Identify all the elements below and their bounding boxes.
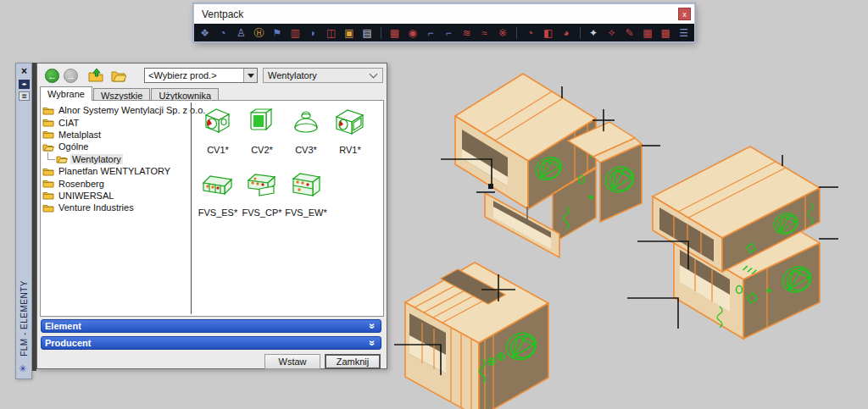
orbit-icon[interactable]: ◔ <box>216 26 229 40</box>
list-icon[interactable]: ☰ <box>677 26 690 40</box>
tab-wszystkie[interactable]: Wszystkie <box>93 88 151 101</box>
open-folder-icon[interactable] <box>111 69 126 82</box>
product-item[interactable]: RV1* <box>328 102 372 165</box>
edit-icon[interactable]: ✎ <box>623 26 636 40</box>
tree-item[interactable]: Ogólne <box>42 141 189 152</box>
tree-item[interactable]: Rosenberg <box>42 177 189 189</box>
fan-c-icon[interactable]: ◕ <box>559 26 572 40</box>
duct-elbow-2-icon[interactable]: ⌐ <box>442 26 455 40</box>
duct-mesh-icon[interactable]: ▦ <box>388 26 401 40</box>
container-icon[interactable]: ▣ <box>342 26 355 40</box>
product-item[interactable]: CV2* <box>240 102 284 165</box>
cad-unit-ahu-left <box>455 74 642 257</box>
closed-folder-icon <box>42 106 54 115</box>
closed-folder-icon <box>42 118 54 127</box>
product-label: FVS_CP* <box>242 207 281 218</box>
settings-icon[interactable]: ✧ <box>605 26 618 40</box>
tab-wybrane[interactable]: Wybrane <box>40 86 92 101</box>
product-grid: CV1*CV2*CV3*RV1*FVS_ES*FVS_CP*FVS_EW* <box>196 102 377 228</box>
fan-unit-icon[interactable]: ≋ <box>460 26 473 40</box>
dropdown-arrow-icon[interactable] <box>243 69 257 82</box>
product-item[interactable]: FVS_EW* <box>284 165 328 228</box>
closed-folder-icon <box>42 179 54 188</box>
tree-item[interactable]: Alnor Systemy Wentylacji Sp. z o.o. <box>42 104 189 116</box>
element-browser-panel: ← → <Wybierz prod.> Wentylatory Wybrane … <box>36 63 387 369</box>
fan-mixed-icon[interactable]: ※ <box>496 26 509 40</box>
manufacturer-tree: Alnor Systemy Wentylacji Sp. z o.o.CIATM… <box>42 104 189 214</box>
toolbar-titlebar[interactable]: Ventpack x <box>194 4 694 24</box>
category-combobox-value: Wentylatory <box>264 70 370 80</box>
pick-point-icon[interactable]: ◉ <box>406 26 419 40</box>
product-combobox[interactable]: <Wybierz prod.> <box>144 68 258 83</box>
product-thumbnail <box>333 106 367 136</box>
wrench-icon[interactable]: ✦ <box>587 26 599 40</box>
toolbar-title: Ventpack <box>202 8 678 20</box>
ventpack-toolbar-window: Ventpack x ❖◔♙Ⓗ⚑▥◗◫▣▤▦◉⌐⌐≋≈※◔◧◕✦✧✎▦▩☰ <box>193 3 695 42</box>
product-item[interactable]: FVS_CP* <box>240 165 284 228</box>
damper-icon[interactable]: ◧ <box>542 26 554 40</box>
wstaw-button[interactable]: Wstaw <box>264 354 320 369</box>
tree-item-label: Ogólne <box>57 141 90 152</box>
tree-item-label: Rosenberg <box>57 179 106 189</box>
h-point-icon[interactable]: Ⓗ <box>253 26 265 40</box>
tree-item[interactable]: UNIWERSAL <box>42 190 189 202</box>
palette-logo-icon: ✳ <box>19 363 26 374</box>
tree-item[interactable]: Wentylatory <box>42 153 189 165</box>
product-item[interactable]: CV3* <box>284 102 328 165</box>
closed-folder-icon <box>42 167 54 176</box>
insert-element-icon[interactable]: ♙ <box>235 26 248 40</box>
tree-item[interactable]: Venture Industries <box>42 202 189 213</box>
tree-item-label: Alnor Systemy Wentylacji Sp. z o.o. <box>57 105 207 115</box>
toolbar-icon-strip: ❖◔♙Ⓗ⚑▥◗◫▣▤▦◉⌐⌐≋≈※◔◧◕✦✧✎▦▩☰ <box>194 24 694 41</box>
product-item[interactable]: FVS_ES* <box>196 165 240 228</box>
section-producent[interactable]: Producent » <box>41 336 381 350</box>
fan-small-icon[interactable]: ≈ <box>478 26 491 40</box>
palette-titlebar[interactable]: × ◂▸ ≣ FLM - ELEMENTY ✳ <box>15 63 32 379</box>
product-label: CV2* <box>251 145 273 155</box>
grid-red-icon[interactable]: ▦ <box>641 26 654 40</box>
flag-icon[interactable]: ⚑ <box>270 26 283 40</box>
tree-item-label: Wentylatory <box>70 154 123 164</box>
toolbar-separator <box>381 27 381 39</box>
rotary-fan-icon[interactable]: ◔ <box>524 26 537 40</box>
tree-connector <box>47 152 55 160</box>
import-folder-icon[interactable] <box>88 69 103 82</box>
tree-item[interactable]: CIAT <box>42 116 189 128</box>
product-label: CV3* <box>295 145 317 155</box>
product-label: FVS_EW* <box>285 207 327 218</box>
browser-content: Alnor Systemy Wentylacji Sp. z o.o.CIATM… <box>40 100 384 317</box>
blocks-icon[interactable]: ❖ <box>198 26 211 40</box>
section-producent-label: Producent <box>45 338 91 348</box>
forward-button[interactable]: → <box>64 69 78 83</box>
tab-uzytkownika[interactable]: Użytkownika <box>151 88 219 101</box>
product-label: RV1* <box>339 145 360 155</box>
tree-item[interactable]: Metalplast <box>42 129 189 141</box>
exit-door-icon[interactable]: ◫ <box>325 26 337 40</box>
product-thumbnail <box>201 169 235 199</box>
document-icon[interactable]: ▤ <box>361 26 374 40</box>
duct-elbow-icon[interactable]: ⌐ <box>424 26 437 40</box>
wedge-icon[interactable]: ◗ <box>307 26 320 40</box>
palette-properties-icon[interactable]: ≣ <box>19 91 30 101</box>
product-thumbnail <box>245 106 279 136</box>
palette-close-icon[interactable]: × <box>19 66 30 77</box>
panel-red-icon[interactable]: ▥ <box>288 26 301 40</box>
back-button[interactable]: ← <box>45 69 59 83</box>
toolbar-separator <box>516 27 517 39</box>
category-combobox[interactable]: Wentylatory <box>263 68 383 83</box>
chevron-down-icon <box>370 70 378 79</box>
open-folder-icon <box>42 142 54 152</box>
palette-title: FLM - ELEMENTY <box>19 280 29 356</box>
cad-unit-ahu-bottom <box>405 263 548 409</box>
tree-item[interactable]: Planetfan WENTYLATORY <box>42 165 189 177</box>
product-thumbnail <box>245 169 279 199</box>
section-element[interactable]: Element » <box>41 319 381 333</box>
product-item[interactable]: CV1* <box>196 102 240 165</box>
tree-item-label: CIAT <box>57 118 81 128</box>
toolbar-close-button[interactable]: x <box>678 8 691 20</box>
zamknij-button[interactable]: Zamknij <box>325 354 381 369</box>
open-folder-icon <box>56 154 68 163</box>
palette-autohide-icon[interactable]: ◂▸ <box>19 80 30 89</box>
panel-divider <box>191 102 192 314</box>
grid-red-2-icon[interactable]: ▩ <box>659 26 672 40</box>
